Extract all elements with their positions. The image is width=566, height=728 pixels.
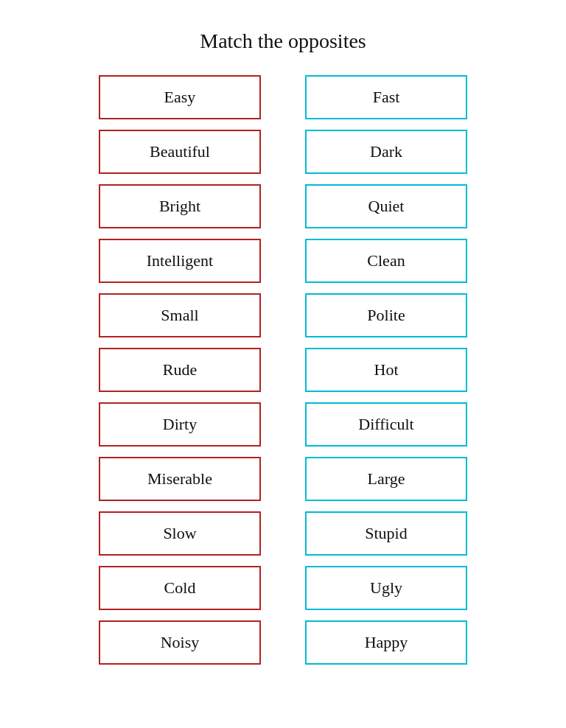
page-title: Match the opposites: [200, 29, 366, 53]
left-word-box[interactable]: Intelligent: [99, 239, 261, 283]
right-word-box[interactable]: Stupid: [305, 511, 467, 556]
right-word-box[interactable]: Ugly: [305, 566, 467, 610]
left-word-box[interactable]: Easy: [99, 75, 261, 119]
right-word-box[interactable]: Large: [305, 457, 467, 501]
right-word-box[interactable]: Quiet: [305, 184, 467, 228]
right-word-box[interactable]: Hot: [305, 348, 467, 392]
left-word-box[interactable]: Miserable: [99, 457, 261, 501]
left-word-box[interactable]: Beautiful: [99, 130, 261, 174]
right-word-box[interactable]: Clean: [305, 239, 467, 283]
left-word-box[interactable]: Noisy: [99, 620, 261, 665]
right-word-box[interactable]: Fast: [305, 75, 467, 119]
left-word-box[interactable]: Bright: [99, 184, 261, 228]
right-word-box[interactable]: Happy: [305, 620, 467, 665]
left-word-box[interactable]: Slow: [99, 511, 261, 556]
left-word-box[interactable]: Cold: [99, 566, 261, 610]
right-word-box[interactable]: Difficult: [305, 402, 467, 447]
left-word-box[interactable]: Small: [99, 293, 261, 337]
columns-container: EasyBeautifulBrightIntelligentSmallRudeD…: [25, 75, 541, 665]
right-word-box[interactable]: Dark: [305, 130, 467, 174]
right-column: FastDarkQuietCleanPoliteHotDifficultLarg…: [305, 75, 467, 665]
left-word-box[interactable]: Rude: [99, 348, 261, 392]
left-word-box[interactable]: Dirty: [99, 402, 261, 447]
left-column: EasyBeautifulBrightIntelligentSmallRudeD…: [99, 75, 261, 665]
right-word-box[interactable]: Polite: [305, 293, 467, 337]
